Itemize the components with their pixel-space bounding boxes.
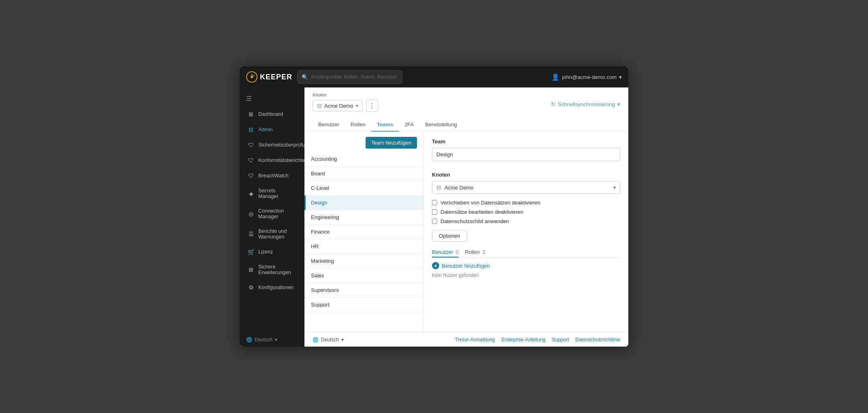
team-item-supervisors[interactable]: Supervisors <box>304 283 423 298</box>
sidebar-item-breachwatch[interactable]: 🛡 BreachWatch <box>241 168 303 183</box>
knoten-section: Knoten ⊟ Acme Demo ▾ <box>432 172 620 194</box>
footer-link-support[interactable]: Support <box>552 337 569 343</box>
user-icon: 👤 <box>551 73 560 81</box>
knoten-label: Knoten <box>313 92 551 97</box>
sidebar-label-connection: Connection Manager <box>258 208 296 219</box>
tabs-row: Benutzer Rollen Teams 2FA Bereitstellung <box>313 118 620 132</box>
berichte-icon: ☰ <box>248 231 254 237</box>
user-area[interactable]: 👤 john@acme-demo.com ▾ <box>551 73 622 81</box>
subtab-benutzer[interactable]: Benutzer 0 <box>432 247 458 258</box>
sidebar-item-admin[interactable]: ⊟ Admin <box>241 122 303 137</box>
team-item-hr[interactable]: HR <box>304 239 423 254</box>
node-selector[interactable]: ⊟ Acme Demo ▾ <box>313 100 363 111</box>
team-item-marketing[interactable]: Marketing <box>304 254 423 268</box>
tab-2fa[interactable]: 2FA <box>399 118 419 132</box>
language-selector[interactable]: 🌐 Deutsch ▾ <box>240 333 304 347</box>
team-item-board[interactable]: Board <box>304 166 423 181</box>
sidebar-item-sicherheit[interactable]: 🛡 Sicherheitsüberprüfung <box>241 138 303 152</box>
sidebar-item-connection[interactable]: ◎ Connection Manager <box>241 204 303 224</box>
svg-point-1 <box>251 76 253 78</box>
team-item-design[interactable]: Design <box>304 196 423 210</box>
search-bar[interactable]: 🔍 Knotenpunkte, Rollen, Teams, Benutzer <box>297 70 402 84</box>
breachwatch-icon: 🛡 <box>248 172 254 179</box>
node-name: Acme Demo <box>324 103 353 109</box>
knoten-dropdown[interactable]: ⊟ Acme Demo ▾ <box>432 181 620 194</box>
subtab-benutzer-count: 0 <box>456 249 459 255</box>
body-layout: ☰ ⊞ Dashboard ⊟ Admin 🛡 Sicherheitsüberp… <box>240 87 628 347</box>
main-header: Knoten ⊟ Acme Demo ▾ ⋮ ↻ <box>304 87 628 132</box>
lizenz-icon: 🛒 <box>248 249 254 255</box>
team-item-accounting[interactable]: Accounting <box>304 152 423 166</box>
sidebar-label-sicherheit: Sicherheitsüberprüfung <box>258 142 311 148</box>
language-label: Deutsch <box>255 337 272 343</box>
add-user-row[interactable]: + Benutzer hinzufügen <box>432 262 620 269</box>
team-item-sales[interactable]: Sales <box>304 268 423 283</box>
tab-bereitstellung[interactable]: Bereitstellung <box>419 118 463 132</box>
footer-lang-label: Deutsch <box>321 337 339 343</box>
team-item-finance[interactable]: Finance <box>304 225 423 239</box>
detail-panel: Team Knoten ⊟ Acme Demo ▾ Verschieben <box>424 132 628 332</box>
checkbox-row-1: Verschieben von Datensätzen deaktivieren <box>432 200 620 206</box>
logo-area: KEEPER <box>246 71 292 83</box>
search-placeholder: Knotenpunkte, Rollen, Teams, Benutzer <box>311 74 397 80</box>
footer-link-enterprise[interactable]: Enterprise-Anleitung <box>502 337 546 343</box>
sync-chevron: ▾ <box>617 101 620 107</box>
main-content: Knoten ⊟ Acme Demo ▾ ⋮ ↻ <box>304 87 628 347</box>
footer-link-datenschutz[interactable]: Datenschutzrichtlinie <box>575 337 620 343</box>
more-options-button[interactable]: ⋮ <box>366 100 378 112</box>
app-title: KEEPER <box>260 73 292 81</box>
add-team-button[interactable]: Team hinzufügen <box>366 137 417 149</box>
sidebar-item-berichte[interactable]: ☰ Berichte und Warnungen <box>241 224 303 244</box>
sidebar-item-secrets[interactable]: ◈ Secrets Manager <box>241 184 303 203</box>
hamburger-button[interactable]: ☰ <box>240 91 304 106</box>
no-users-text: Kein Nutzer gefunden <box>432 272 620 278</box>
sync-button[interactable]: ↻ Schnellsynchronisierung ▾ <box>551 101 620 107</box>
checkbox-verschieben-label: Verschieben von Datensätzen deaktivieren <box>440 200 540 206</box>
footer: 🌐 Deutsch ▾ Tresor-Anmeldung Enterprise-… <box>304 332 628 347</box>
sidebar-label-berichte: Berichte und Warnungen <box>258 228 296 240</box>
tab-rollen[interactable]: Rollen <box>345 118 371 132</box>
subtab-rollen[interactable]: Rollen 2 <box>465 247 485 258</box>
sidebar-item-konfig[interactable]: ⚙ Konfigurationen <box>241 280 303 295</box>
footer-link-tresor[interactable]: Tresor-Anmeldung <box>455 337 495 343</box>
sichere-icon: ⊞ <box>248 266 254 273</box>
team-name-section: Team <box>432 138 620 167</box>
knoten-section-title: Knoten <box>432 172 620 178</box>
sidebar-label-konformitat: Konformitätsberichte <box>258 158 305 163</box>
user-email: john@acme-demo.com <box>562 74 617 80</box>
konformitat-icon: 🛡 <box>248 157 254 164</box>
language-icon: 🌐 <box>246 337 252 343</box>
tab-benutzer[interactable]: Benutzer <box>313 118 345 132</box>
footer-lang-chevron: ▾ <box>341 337 344 343</box>
options-button[interactable]: Optionen <box>432 230 467 242</box>
team-name-input[interactable] <box>432 148 620 161</box>
checkbox-verschieben[interactable] <box>432 200 437 205</box>
team-item-support[interactable]: Support <box>304 298 423 312</box>
sidebar-item-konformitat[interactable]: 🛡 Konformitätsberichte <box>241 153 303 168</box>
add-user-label: Benutzer hinzufügen <box>442 263 490 269</box>
sync-icon: ↻ <box>551 101 555 107</box>
team-item-engineering[interactable]: Engineering <box>304 210 423 225</box>
keeper-logo-icon <box>246 71 257 83</box>
knoten-dropdown-value: Acme Demo <box>445 185 613 191</box>
sidebar-item-lizenz[interactable]: 🛒 Lizenz <box>241 245 303 259</box>
header-top-row: Knoten ⊟ Acme Demo ▾ ⋮ ↻ <box>313 92 620 116</box>
checkbox-bearbeiten[interactable] <box>432 209 437 215</box>
team-list-panel: Team hinzufügen Accounting Board C-Level… <box>304 132 424 332</box>
sidebar-label-secrets: Secrets Manager <box>258 188 296 199</box>
add-user-icon: + <box>432 262 439 269</box>
options-section: Optionen <box>432 228 620 247</box>
node-chevron-icon: ▾ <box>356 103 358 109</box>
sidebar-item-dashboard[interactable]: ⊞ Dashboard <box>241 107 303 121</box>
tab-teams[interactable]: Teams <box>371 118 399 132</box>
checkbox-datenschutz[interactable] <box>432 219 437 224</box>
team-item-clevel[interactable]: C-Level <box>304 181 423 196</box>
sidebar-item-sichere[interactable]: ⊞ Sichere Erweiterungen <box>241 260 303 279</box>
konfig-icon: ⚙ <box>248 284 254 291</box>
sicherheit-icon: 🛡 <box>248 142 254 148</box>
footer-lang-icon: 🌐 <box>313 337 319 343</box>
footer-language[interactable]: 🌐 Deutsch ▾ <box>313 337 344 343</box>
knoten-dropdown-icon: ⊟ <box>436 184 441 191</box>
sync-area: ↻ Schnellsynchronisierung ▾ <box>551 101 620 107</box>
sidebar: ☰ ⊞ Dashboard ⊟ Admin 🛡 Sicherheitsüberp… <box>240 87 304 347</box>
